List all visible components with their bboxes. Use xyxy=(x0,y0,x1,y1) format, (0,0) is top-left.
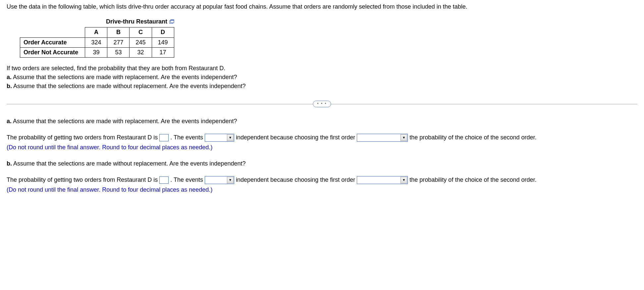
text: . The events xyxy=(170,134,203,141)
table-corner xyxy=(20,27,85,37)
answer-section-a: a. Assume that the selections are made w… xyxy=(7,117,637,152)
independence-dropdown-a[interactable]: ▼ xyxy=(205,134,234,142)
chevron-down-icon: ▼ xyxy=(227,177,234,183)
popup-icon[interactable] xyxy=(169,20,175,24)
cell: 17 xyxy=(152,47,174,57)
table-header-row: A B C D xyxy=(20,27,174,37)
table-title-row: Drive-thru Restaurant xyxy=(7,18,637,26)
dropdown-value xyxy=(205,134,227,141)
row-label: Order Accurate xyxy=(20,37,85,47)
question-a-label: a. xyxy=(7,74,12,80)
question-block: If two orders are selected, find the pro… xyxy=(7,64,637,91)
svg-rect-2 xyxy=(171,20,174,21)
question-b-text: Assume that the selections are made with… xyxy=(13,83,245,89)
answer-b-prompt: b. Assume that the selections are made w… xyxy=(7,160,637,168)
answer-b-label: b. xyxy=(7,160,12,167)
col-header-a: A xyxy=(85,27,107,37)
question-b: b. Assume that the selections are made w… xyxy=(7,82,637,90)
problem-intro: Use the data in the following table, whi… xyxy=(7,3,637,11)
col-header-c: C xyxy=(130,27,152,37)
text: independent because choosing the first o… xyxy=(236,176,355,183)
independence-dropdown-b[interactable]: ▼ xyxy=(205,176,234,184)
cell: 53 xyxy=(107,47,130,57)
probability-input-a[interactable] xyxy=(159,134,169,141)
affect-dropdown-b[interactable]: ▼ xyxy=(357,176,408,184)
row-label: Order Not Accurate xyxy=(20,47,85,57)
table-row: Order Not Accurate 39 53 32 17 xyxy=(20,47,174,57)
data-table: A B C D Order Accurate 324 277 245 149 O… xyxy=(20,27,174,58)
answer-a-sentence: The probability of getting two orders fr… xyxy=(7,131,637,143)
hint-a: (Do not round until the final answer. Ro… xyxy=(7,143,637,152)
answer-a-prompt: a. Assume that the selections are made w… xyxy=(7,117,637,125)
chevron-down-icon: ▼ xyxy=(401,134,407,141)
table-row: Order Accurate 324 277 245 149 xyxy=(20,37,174,47)
chevron-down-icon: ▼ xyxy=(401,177,407,183)
answer-a-prompt-text: Assume that the selections are made with… xyxy=(13,118,237,124)
question-a: a. Assume that the selections are made w… xyxy=(7,73,637,81)
hint-b: (Do not round until the final answer. Ro… xyxy=(7,186,637,194)
question-b-label: b. xyxy=(7,83,12,89)
cell: 32 xyxy=(130,47,152,57)
answer-b-sentence: The probability of getting two orders fr… xyxy=(7,174,637,186)
dropdown-value xyxy=(205,176,227,184)
table-title: Drive-thru Restaurant xyxy=(106,18,167,26)
col-header-d: D xyxy=(152,27,174,37)
text: the probability of the choice of the sec… xyxy=(409,134,536,141)
dropdown-value xyxy=(357,176,400,184)
text: . The events xyxy=(170,176,203,183)
text: The probability of getting two orders fr… xyxy=(7,176,158,183)
dropdown-value xyxy=(357,134,400,141)
col-header-b: B xyxy=(107,27,130,37)
cell: 39 xyxy=(85,47,107,57)
text: the probability of the choice of the sec… xyxy=(409,176,536,183)
cell: 277 xyxy=(107,37,130,47)
answer-section-b: b. Assume that the selections are made w… xyxy=(7,160,637,194)
question-main: If two orders are selected, find the pro… xyxy=(7,64,637,72)
answer-a-label: a. xyxy=(7,118,12,124)
divider-expand-button[interactable]: • • • xyxy=(313,101,331,107)
probability-input-b[interactable] xyxy=(159,176,169,184)
answer-b-prompt-text: Assume that the selections are made with… xyxy=(13,160,245,167)
text: independent because choosing the first o… xyxy=(236,134,355,141)
cell: 149 xyxy=(152,37,174,47)
chevron-down-icon: ▼ xyxy=(227,134,234,141)
text: The probability of getting two orders fr… xyxy=(7,134,158,141)
affect-dropdown-a[interactable]: ▼ xyxy=(357,134,408,142)
cell: 324 xyxy=(85,37,107,47)
data-table-section: Drive-thru Restaurant A B C D Order Accu… xyxy=(7,18,637,58)
question-a-text: Assume that the selections are made with… xyxy=(13,74,237,80)
cell: 245 xyxy=(130,37,152,47)
section-divider: • • • xyxy=(7,101,637,107)
